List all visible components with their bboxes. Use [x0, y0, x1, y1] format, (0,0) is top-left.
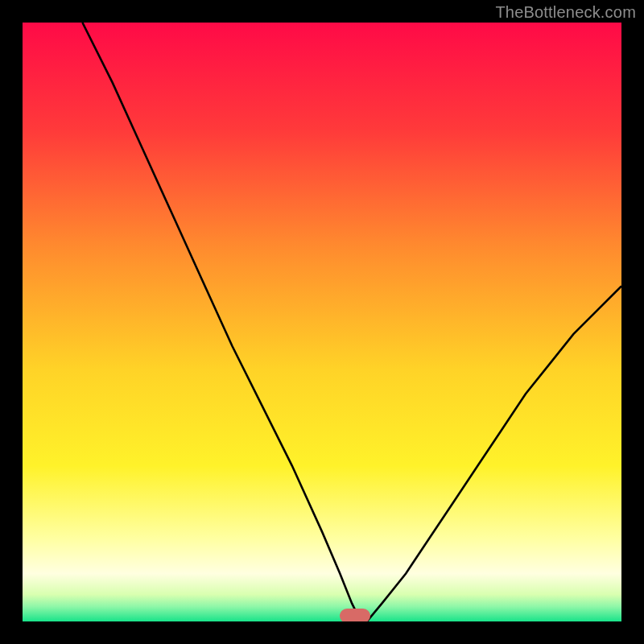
optimal-marker: [340, 609, 370, 621]
bottleneck-curve: [23, 23, 621, 621]
chart-stage: TheBottleneck.com: [0, 0, 644, 644]
watermark-text: TheBottleneck.com: [495, 3, 636, 22]
curve-right-branch: [367, 286, 621, 621]
curve-left-branch: [82, 23, 361, 621]
plot-area: [23, 23, 621, 621]
